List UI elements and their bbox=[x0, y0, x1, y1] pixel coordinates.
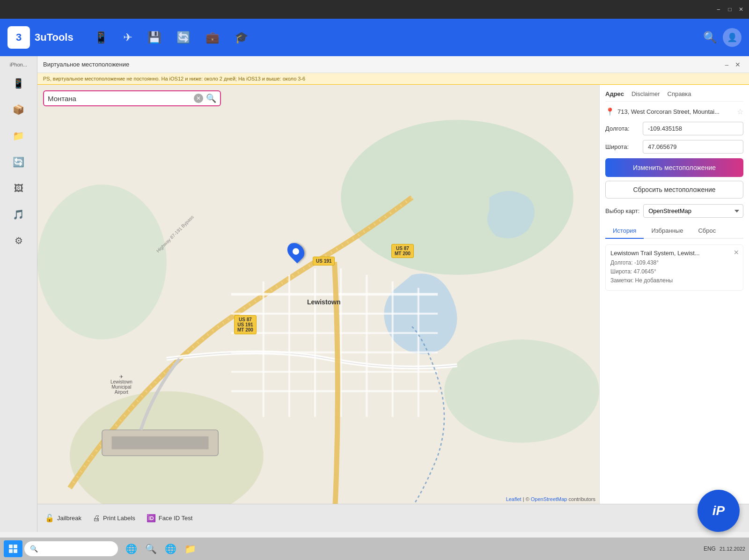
jailbreak-item[interactable]: 🔓 Jailbreak bbox=[45, 514, 81, 523]
modal-titlebar: Виртуальное местоположение ‒ ✕ bbox=[37, 56, 749, 73]
svg-rect-22 bbox=[9, 549, 13, 553]
address-pin-icon: 📍 bbox=[605, 107, 615, 116]
files-icon: 📁 bbox=[13, 130, 24, 141]
tab-favorites[interactable]: Избранные bbox=[644, 223, 690, 239]
svg-rect-19 bbox=[112, 436, 209, 449]
modal-title: Виртуальное местоположение bbox=[43, 61, 721, 68]
right-panel: Адрес Disclaimer Справка 📍 713, West Cor… bbox=[599, 85, 749, 504]
windows-icon bbox=[8, 544, 18, 553]
disclaimer-tab[interactable]: Disclaimer bbox=[632, 90, 660, 97]
map-search-input[interactable] bbox=[48, 95, 191, 103]
taskbar-date: 21.12.2022 bbox=[720, 546, 745, 552]
modal-minimize-btn[interactable]: ‒ bbox=[721, 59, 732, 70]
taskbar-app-1[interactable]: 🌐 bbox=[122, 540, 140, 557]
taskbar-right: ENG 21.12.2022 bbox=[704, 545, 745, 552]
latitude-input[interactable] bbox=[643, 140, 743, 154]
main-panel: Виртуальное местоположение ‒ ✕ PS, вирту… bbox=[37, 56, 749, 532]
nav-backup-icon[interactable]: 💾 bbox=[147, 31, 162, 44]
right-panel-top-tabs: Адрес Disclaimer Справка bbox=[605, 90, 743, 102]
taskbar-app-2[interactable]: 🔍 bbox=[141, 540, 160, 557]
leaflet-link[interactable]: Leaflet bbox=[506, 496, 521, 502]
nav-toolbox-icon[interactable]: 💼 bbox=[206, 31, 220, 44]
history-item: Lewistown Trail System, Lewist... ✕ Долг… bbox=[605, 244, 743, 291]
search-icon[interactable]: 🔍 bbox=[703, 31, 717, 44]
face-id-label: Face ID Test bbox=[159, 515, 193, 522]
longitude-row: Долгота: bbox=[605, 122, 743, 135]
map-search-bar[interactable]: ✕ 🔍 bbox=[43, 90, 221, 106]
map-svg bbox=[37, 85, 599, 504]
sidebar-item-settings[interactable]: ⚙ bbox=[4, 228, 34, 253]
app-logo: 3 3uTools bbox=[7, 26, 73, 49]
map-attribution: Leaflet | © OpenStreetMap contributors bbox=[506, 496, 595, 502]
svg-point-2 bbox=[444, 339, 599, 443]
tab-reset[interactable]: Сброс bbox=[690, 223, 723, 239]
app-name: 3uTools bbox=[35, 31, 73, 44]
modal-close-btn[interactable]: ✕ bbox=[732, 59, 743, 70]
map-select-row: Выбор карт: OpenStreetMap Google Maps bbox=[605, 204, 743, 218]
taskbar-search-bar[interactable]: 🔍 bbox=[24, 541, 118, 556]
jailbreak-label: Jailbreak bbox=[57, 515, 81, 522]
map-pin bbox=[288, 242, 303, 261]
road-label-triple: US 87US 191MT 200 bbox=[234, 315, 257, 334]
nav-device-icon[interactable]: 📱 bbox=[94, 31, 108, 44]
tab-history[interactable]: История bbox=[605, 223, 644, 239]
photos-icon: 🖼 bbox=[14, 183, 23, 194]
svg-rect-21 bbox=[14, 545, 17, 548]
airport-icon: ✈ bbox=[110, 374, 132, 379]
sync-icon: 🔄 bbox=[13, 156, 24, 168]
sidebar-item-device[interactable]: 📱 bbox=[4, 71, 34, 96]
taskbar-search-icon: 🔍 bbox=[30, 545, 38, 553]
address-row: 📍 713, West Corcoran Street, Mountai... … bbox=[605, 107, 743, 116]
longitude-input[interactable] bbox=[643, 122, 743, 135]
close-btn[interactable]: ✕ bbox=[737, 5, 745, 14]
sidebar: iPhon... 📱 📦 📁 🔄 🖼 🎵 ⚙ bbox=[0, 56, 37, 532]
history-tabs: История Избранные Сброс bbox=[605, 223, 743, 239]
svg-point-3 bbox=[37, 184, 167, 339]
print-labels-item[interactable]: 🖨 Print Labels bbox=[93, 514, 135, 523]
change-location-btn[interactable]: Изменить местоположение bbox=[605, 158, 743, 177]
taskbar-start-btn[interactable] bbox=[4, 540, 22, 557]
nav-learn-icon[interactable]: 🎓 bbox=[235, 31, 249, 44]
sidebar-item-photos[interactable]: 🖼 bbox=[4, 176, 34, 200]
history-latitude: Широта: 47.0645° bbox=[610, 267, 738, 276]
taskbar-app-4[interactable]: 📁 bbox=[181, 540, 199, 557]
print-labels-label: Print Labels bbox=[103, 515, 135, 522]
airport-label: ✈ LewistownMunicipalAirport bbox=[110, 374, 132, 395]
sidebar-item-music[interactable]: 🎵 bbox=[4, 202, 34, 227]
help-tab[interactable]: Справка bbox=[668, 90, 691, 97]
map-area[interactable]: ✕ 🔍 Lewistown US 191 bbox=[37, 85, 599, 504]
modal-body: ✕ 🔍 Lewistown US 191 bbox=[37, 85, 749, 504]
map-search-submit-btn[interactable]: 🔍 bbox=[206, 93, 216, 103]
sidebar-item-sync[interactable]: 🔄 bbox=[4, 150, 34, 174]
minimize-btn[interactable]: ‒ bbox=[714, 5, 723, 14]
taskbar-app-3[interactable]: 🌐 bbox=[161, 540, 180, 557]
app-window: 3 3uTools 📱 ✈ 💾 🔄 💼 🎓 🔍 👤 iPhon... 📱 📦 bbox=[0, 19, 749, 560]
reset-location-btn[interactable]: Сбросить местоположение bbox=[605, 181, 743, 199]
taskbar-datetime: 21.12.2022 bbox=[720, 546, 745, 552]
road-label-us191: US 191 bbox=[313, 257, 335, 265]
ip-logo: iP bbox=[698, 490, 740, 532]
history-item-close-btn[interactable]: ✕ bbox=[734, 249, 739, 256]
nav-apps-icon[interactable]: ✈ bbox=[123, 31, 132, 44]
svg-rect-23 bbox=[14, 549, 17, 553]
pin-inner bbox=[293, 248, 299, 255]
attribution-contributors: contributors bbox=[569, 496, 595, 502]
face-id-item[interactable]: 🆔 Face ID Test bbox=[147, 514, 193, 523]
map-select-dropdown[interactable]: OpenStreetMap Google Maps bbox=[643, 204, 743, 218]
sidebar-item-apps[interactable]: 📦 bbox=[4, 97, 34, 122]
user-avatar[interactable]: 👤 bbox=[723, 28, 742, 47]
content-area: iPhon... 📱 📦 📁 🔄 🖼 🎵 ⚙ bbox=[0, 56, 749, 532]
apps-icon: 📦 bbox=[13, 104, 24, 115]
maximize-btn[interactable]: □ bbox=[726, 5, 734, 14]
nav-sync-icon[interactable]: 🔄 bbox=[176, 31, 191, 44]
sidebar-item-files[interactable]: 📁 bbox=[4, 124, 34, 148]
address-label: Адрес bbox=[605, 90, 624, 97]
osm-link[interactable]: OpenStreetMap bbox=[531, 496, 567, 502]
music-icon: 🎵 bbox=[13, 209, 24, 220]
svg-rect-20 bbox=[9, 545, 13, 548]
map-select-label: Выбор карт: bbox=[605, 207, 639, 214]
map-search-clear-btn[interactable]: ✕ bbox=[194, 94, 203, 103]
favorite-star-icon[interactable]: ☆ bbox=[737, 107, 743, 116]
history-longitude: Долгота: -109.438° bbox=[610, 258, 738, 267]
device-icon: 📱 bbox=[13, 78, 24, 89]
